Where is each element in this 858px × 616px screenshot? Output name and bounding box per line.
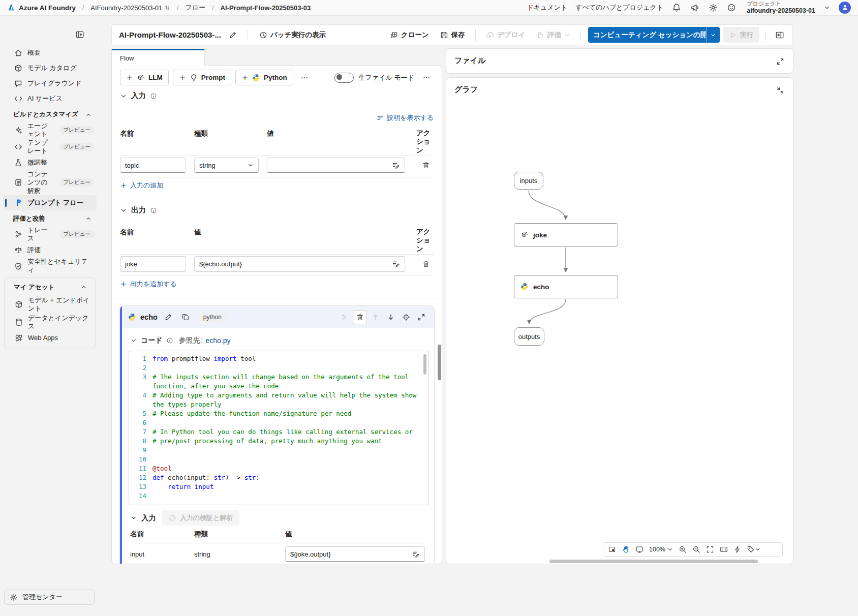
notifications-button[interactable] xyxy=(671,3,682,13)
move-node-down-button[interactable] xyxy=(384,311,397,324)
expand-files-button[interactable] xyxy=(775,56,786,67)
compute-session-menu-button[interactable] xyxy=(706,27,720,43)
input-value-field[interactable] xyxy=(267,158,405,173)
brand[interactable]: Azure AI Foundry xyxy=(7,4,76,12)
validate-parse-input-button[interactable]: 入力の検証と解析 xyxy=(162,510,239,526)
add-python-button[interactable]: Python xyxy=(235,70,293,85)
graph-node-echo[interactable]: echo xyxy=(514,275,618,298)
output-value-field[interactable]: ${echo.output} xyxy=(194,256,405,271)
sidebar-item-data-indexes[interactable]: データとインデックス xyxy=(5,314,95,331)
sidebar-collapse-button[interactable] xyxy=(74,29,85,40)
add-input-link[interactable]: 入力の追加 xyxy=(120,181,434,190)
sidebar-item-content-understanding[interactable]: コンテンツの解釈プレビュー xyxy=(0,170,100,195)
breadcrumb-project[interactable]: AIFoundry-20250503-01 xyxy=(90,4,170,12)
all-hubs-link[interactable]: すべてのハブとプロジェクト xyxy=(575,3,663,12)
run-node-button[interactable] xyxy=(338,311,351,324)
sidebar-item-tracing[interactable]: トレースプレビュー xyxy=(0,226,100,243)
sidebar-item-templates[interactable]: テンプレートプレビュー xyxy=(0,139,100,156)
announcements-button[interactable] xyxy=(690,3,700,13)
flow-panel-scrollbar[interactable] xyxy=(438,345,441,380)
input-type-select[interactable]: string xyxy=(194,158,259,173)
auto-layout-button[interactable] xyxy=(731,544,744,555)
avatar[interactable] xyxy=(839,2,851,14)
project-switcher[interactable]: プロジェクト aifoundry-20250503-01 xyxy=(747,1,815,14)
inputs-section-header[interactable]: 入力 xyxy=(120,91,434,101)
docs-link[interactable]: ドキュメント xyxy=(527,3,567,12)
more-node-types-button[interactable] xyxy=(297,71,312,85)
copy-node-button[interactable] xyxy=(179,311,192,324)
sidebar-item-overview[interactable]: 概要 xyxy=(0,45,100,60)
deploy-button[interactable]: デプロイ xyxy=(482,28,529,42)
editor-scrollbar[interactable] xyxy=(423,354,426,375)
sidebar-item-playground[interactable]: プレイグラウンド xyxy=(0,76,100,91)
node-inputs-title[interactable]: 入力 xyxy=(130,513,156,523)
zoom-out-button[interactable] xyxy=(690,544,702,555)
node-input-value-field[interactable]: ${joke.output} xyxy=(285,546,425,562)
zoom-in-button[interactable] xyxy=(677,544,689,555)
actual-size-button[interactable] xyxy=(718,544,730,555)
graph-node-outputs[interactable]: outputs xyxy=(514,327,544,346)
clone-button[interactable]: クローン xyxy=(386,28,433,42)
rename-flow-button[interactable] xyxy=(225,27,240,43)
outputs-section-header[interactable]: 出力 xyxy=(120,205,434,215)
add-output-link[interactable]: 出力を追加する xyxy=(120,280,434,289)
evaluate-button[interactable]: 評価 xyxy=(532,28,574,42)
expand-node-button[interactable] xyxy=(415,311,428,324)
management-center-button[interactable]: 管理センター xyxy=(4,590,95,605)
open-value-editor-button[interactable] xyxy=(412,550,420,559)
info-icon[interactable] xyxy=(166,337,173,344)
sidebar-section-my-assets[interactable]: マイ アセット xyxy=(5,279,95,295)
sidebar-item-prompt-flow[interactable]: プロンプト フロー xyxy=(3,195,97,210)
sidebar-section-evaluate[interactable]: 評価と改善 xyxy=(0,210,100,226)
raw-file-mode-toggle[interactable] xyxy=(334,73,354,83)
sidebar-item-web-apps[interactable]: Web Apps xyxy=(5,330,95,346)
add-prompt-button[interactable]: Prompt xyxy=(173,70,231,85)
more-options-button[interactable] xyxy=(419,71,434,85)
breadcrumb-flows[interactable]: フロー xyxy=(186,3,206,12)
add-llm-button[interactable]: LLM xyxy=(120,70,169,85)
move-node-up-button[interactable] xyxy=(369,311,382,324)
input-name-field[interactable]: topic xyxy=(120,158,186,173)
screenshot-button[interactable] xyxy=(633,544,646,555)
open-side-panel-button[interactable] xyxy=(772,27,787,43)
sidebar-section-build[interactable]: ビルドとカスタマイズ xyxy=(0,106,100,122)
fit-to-screen-button[interactable] xyxy=(704,544,716,555)
sidebar-item-evaluation[interactable]: 評価 xyxy=(0,242,100,258)
run-button[interactable]: 実行 xyxy=(723,27,759,43)
feedback-button[interactable] xyxy=(726,3,737,13)
info-icon[interactable] xyxy=(150,207,157,214)
graph-node-inputs[interactable]: inputs xyxy=(514,172,543,190)
settings-button[interactable] xyxy=(708,3,718,13)
pan-tool-button[interactable] xyxy=(620,544,632,555)
graph-node-joke[interactable]: joke xyxy=(514,223,618,247)
view-batch-runs-button[interactable]: バッチ実行の表示 xyxy=(255,28,330,42)
label-options-button[interactable] xyxy=(745,544,762,555)
zoom-level-select[interactable]: 100% xyxy=(647,546,675,553)
locate-node-button[interactable] xyxy=(400,311,413,324)
sidebar-item-safety-security[interactable]: 安全性とセキュリティ xyxy=(0,258,100,274)
save-button[interactable]: 保存 xyxy=(436,28,469,42)
sidebar-item-models-endpoints[interactable]: モデル + エンドポイント xyxy=(5,295,95,314)
switcher-icon[interactable] xyxy=(164,5,170,11)
sidebar-item-ai-services[interactable]: AI サービス xyxy=(0,91,100,106)
delete-input-button[interactable] xyxy=(418,158,434,173)
open-value-editor-button[interactable] xyxy=(392,161,400,170)
tab-flow[interactable]: Flow xyxy=(111,49,205,66)
delete-node-button[interactable] xyxy=(353,310,367,324)
sidebar-item-agents[interactable]: エージェントプレビュー xyxy=(0,122,100,139)
code-section-header[interactable]: コード 参照先: echo.py xyxy=(130,334,231,347)
info-icon[interactable] xyxy=(150,93,157,100)
graph-overview-button[interactable] xyxy=(606,544,618,555)
chevron-down-icon[interactable] xyxy=(823,4,831,11)
sidebar-item-fine-tuning[interactable]: 微調整 xyxy=(0,155,100,170)
start-compute-session-button[interactable]: コンピューティング セッションの開 xyxy=(588,27,720,43)
code-file-link[interactable]: echo.py xyxy=(206,336,231,345)
delete-output-button[interactable] xyxy=(418,256,434,271)
sidebar-item-model-catalog[interactable]: モデル カタログ xyxy=(0,60,100,76)
rename-node-button[interactable] xyxy=(162,311,175,324)
show-description-link[interactable]: 説明を表示する xyxy=(377,113,434,122)
output-name-field[interactable]: joke xyxy=(120,256,186,271)
graph-horizontal-scrollbar[interactable] xyxy=(549,560,758,563)
code-editor[interactable]: 1from promptflow import tool23# The inpu… xyxy=(129,351,428,505)
open-value-editor-button[interactable] xyxy=(392,260,400,268)
